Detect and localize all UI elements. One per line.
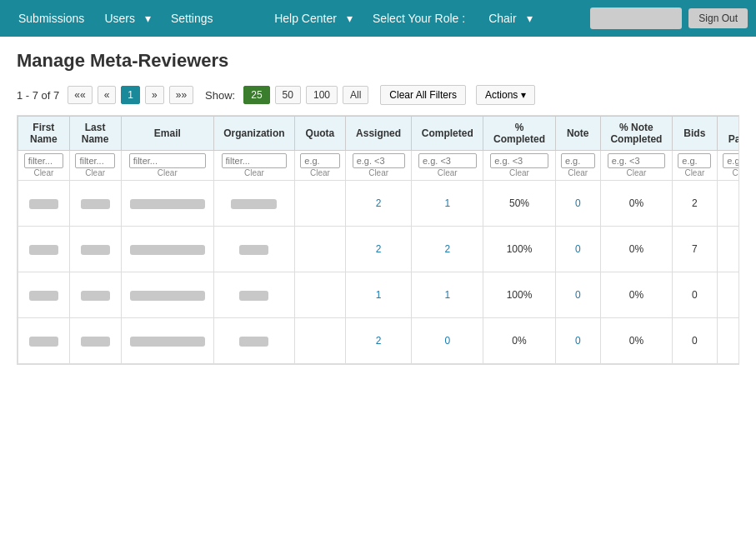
filter-completed[interactable] <box>418 153 477 168</box>
filter-org[interactable] <box>222 153 288 168</box>
clear-quota[interactable]: Clear <box>298 168 342 177</box>
page-title: Manage Meta-Reviewers <box>17 50 739 72</box>
table-row: 1 1 100% 0 0% 0 0 <box>18 272 740 318</box>
filter-row: Clear Clear Clear Clear Clear Clear Clea… <box>18 151 740 181</box>
filter-note[interactable] <box>561 153 595 168</box>
filter-first-name[interactable] <box>24 153 63 168</box>
clear-completed[interactable]: Clear <box>415 168 479 177</box>
blurred-last-1 <box>81 199 110 209</box>
pagination-current[interactable]: 1 <box>121 86 140 104</box>
clear-note[interactable]: Clear <box>559 168 597 177</box>
note-4: 0 <box>555 318 600 364</box>
pagination-prev[interactable]: « <box>98 86 117 104</box>
completed-2: 2 <box>412 227 483 272</box>
nav-users[interactable]: Users <box>94 0 145 37</box>
blurred-email-2 <box>130 245 205 255</box>
user-account-btn[interactable] <box>590 7 682 29</box>
filter-email[interactable] <box>129 153 206 168</box>
filter-quota[interactable] <box>300 153 339 168</box>
bids-1: 2 <box>673 181 718 227</box>
pagination-last[interactable]: »» <box>169 86 193 104</box>
blurred-email-4 <box>130 337 205 347</box>
clear-first-name[interactable]: Clear <box>22 168 66 177</box>
clear-bids[interactable]: Clear <box>676 168 713 177</box>
nav-settings[interactable]: Settings <box>161 0 223 37</box>
bids-4: 0 <box>673 318 718 364</box>
filter-pct-note[interactable] <box>608 153 666 168</box>
pct-note-3: 0% <box>600 272 672 318</box>
pagination-next[interactable]: » <box>145 86 164 104</box>
filter-assigned[interactable] <box>353 153 405 168</box>
actions-button[interactable]: Actions ▾ <box>476 85 535 105</box>
clear-pct-note[interactable]: Clear <box>604 168 668 177</box>
note-2: 0 <box>555 227 600 272</box>
blurred-first-2 <box>29 245 58 255</box>
col-completed: Completed <box>412 117 483 151</box>
clear-s-paper[interactable]: Clear <box>721 168 739 177</box>
filter-s-paper[interactable] <box>723 153 739 168</box>
bids-2: 7 <box>673 227 718 272</box>
blurred-last-4 <box>81 337 110 347</box>
table-row: 2 2 100% 0 0% 7 0 <box>18 227 740 272</box>
pct-completed-3: 100% <box>483 272 555 318</box>
page-content: Manage Meta-Reviewers 1 - 7 of 7 «« « 1 … <box>0 37 756 549</box>
blurred-org-1 <box>231 199 277 209</box>
blurred-first-3 <box>29 291 58 301</box>
pagination-first[interactable]: «« <box>68 86 92 104</box>
show-50[interactable]: 50 <box>275 86 301 104</box>
clear-org[interactable]: Clear <box>218 168 291 177</box>
blurred-last-3 <box>81 291 110 301</box>
nav-help-center-arrow[interactable]: ▾ <box>347 0 363 37</box>
col-quota: Quota <box>294 117 345 151</box>
nav-role[interactable]: Chair <box>478 0 526 37</box>
completed-4: 0 <box>412 318 483 364</box>
col-last-name: LastName <box>69 117 121 151</box>
nav-submissions[interactable]: Submissions <box>8 0 94 37</box>
filter-pct-completed[interactable] <box>490 153 548 168</box>
filter-last-name[interactable] <box>75 153 114 168</box>
pct-note-1: 0% <box>600 181 672 227</box>
clear-pct-completed[interactable]: Clear <box>487 168 551 177</box>
blurred-first-4 <box>29 337 58 347</box>
pagination-range: 1 - 7 of 7 <box>17 89 59 102</box>
col-organization: Organization <box>214 117 295 151</box>
col-assigned: Assigned <box>346 117 412 151</box>
col-pct-completed: %Completed <box>483 117 555 151</box>
nav-role-arrow[interactable]: ▾ <box>527 0 543 37</box>
s-paper-3: 0 <box>717 272 739 318</box>
show-all[interactable]: All <box>343 86 368 104</box>
nav-users-dropdown-arrow[interactable]: ▾ <box>145 0 161 37</box>
blurred-email-1 <box>130 199 205 209</box>
pct-note-2: 0% <box>600 227 672 272</box>
col-bids: Bids <box>673 117 718 151</box>
s-paper-2: 0 <box>717 227 739 272</box>
clear-email[interactable]: Clear <box>125 168 211 177</box>
bids-3: 0 <box>673 272 718 318</box>
col-s-paper: SPaper <box>717 117 739 151</box>
show-100[interactable]: 100 <box>306 86 338 104</box>
show-25[interactable]: 25 <box>243 86 269 104</box>
filter-bids[interactable] <box>678 153 711 168</box>
pagination-bar: 1 - 7 of 7 «« « 1 » »» Show: 25 50 100 A… <box>17 85 739 105</box>
assigned-4: 2 <box>346 318 412 364</box>
table-header-row: FirstName LastName Email Organization Qu… <box>18 117 740 151</box>
note-1: 0 <box>555 181 600 227</box>
table-row: 2 1 50% 0 0% 2 0 <box>18 181 740 227</box>
col-email: Email <box>121 117 214 151</box>
assigned-3: 1 <box>346 272 412 318</box>
nav-help-center[interactable]: Help Center <box>264 0 347 37</box>
clear-last-name[interactable]: Clear <box>73 168 118 177</box>
completed-1: 1 <box>412 181 483 227</box>
note-3: 0 <box>555 272 600 318</box>
blurred-org-2 <box>239 245 268 255</box>
blurred-org-3 <box>239 291 268 301</box>
blurred-email-3 <box>130 291 205 301</box>
show-label: Show: <box>205 89 235 102</box>
col-pct-note-completed: % NoteCompleted <box>600 117 672 151</box>
signout-button[interactable]: Sign Out <box>688 8 748 28</box>
clear-all-filters-button[interactable]: Clear All Filters <box>380 85 466 105</box>
blurred-last-2 <box>81 245 110 255</box>
clear-assigned[interactable]: Clear <box>349 168 408 177</box>
top-navigation: Submissions Users ▾ Settings Help Center… <box>0 0 756 37</box>
col-note: Note <box>555 117 600 151</box>
